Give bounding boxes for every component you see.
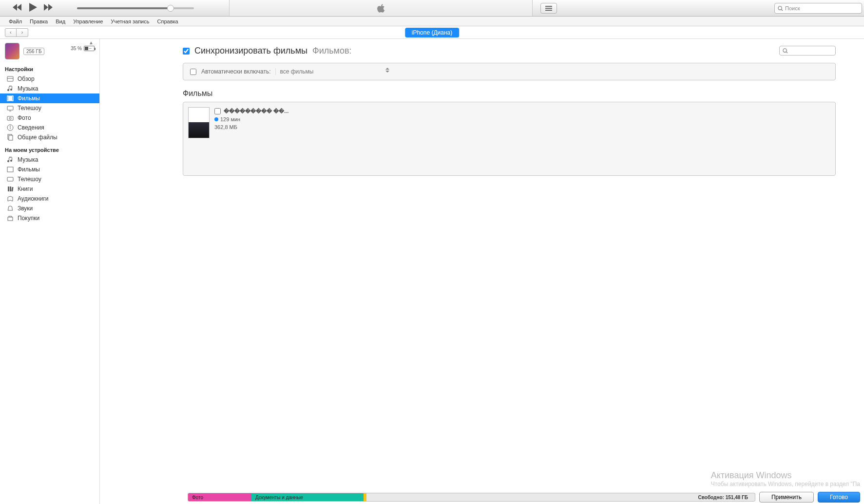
summary-icon	[7, 75, 14, 82]
done-button[interactable]: Готово	[818, 492, 860, 503]
capacity-bar[interactable]: Фото Документы и данные Свободно: 151,48…	[188, 493, 755, 502]
sidebar-label: Фильмы	[18, 95, 40, 102]
apply-button[interactable]: Применить	[759, 492, 814, 503]
search-icon	[778, 6, 783, 11]
menu-bar: Файл Правка Вид Управление Учетная запис…	[0, 17, 864, 26]
content-area: Синхронизировать фильмы Фильмов: Автомат…	[100, 39, 864, 504]
menu-view[interactable]: Вид	[52, 19, 69, 24]
sidebar-dev-audiobooks[interactable]: Аудиокниги	[0, 194, 99, 204]
camera-icon	[7, 114, 14, 121]
sidebar-dev-music[interactable]: Музыка	[0, 155, 99, 165]
sidebar-label: Телешоу	[18, 105, 41, 112]
auto-include-value: все фильмы	[280, 68, 313, 75]
tv-icon	[7, 105, 14, 112]
auto-include-checkbox[interactable]	[190, 69, 196, 75]
svg-line-4	[781, 9, 783, 11]
sidebar-label: Сведения	[18, 124, 44, 131]
back-button[interactable]: ‹	[5, 28, 17, 37]
menu-help[interactable]: Справка	[154, 19, 182, 24]
svg-rect-19	[7, 167, 13, 172]
sidebar-dev-purchases[interactable]: Покупки	[0, 213, 99, 223]
svg-point-16	[10, 126, 11, 127]
prev-track-button[interactable]	[13, 4, 22, 13]
sidebar-item-tvshows[interactable]: Телешоу	[0, 103, 99, 113]
capacity-seg-docs: Документы и данные	[251, 493, 364, 501]
tv-icon	[7, 176, 14, 183]
svg-rect-24	[8, 217, 13, 221]
capacity-free-label: Свободно: 151,48 ГБ	[691, 495, 755, 500]
menu-edit[interactable]: Правка	[26, 19, 52, 24]
device-storage-badge: 256 ГБ	[23, 48, 44, 55]
sidebar-label: Телешоу	[18, 176, 41, 183]
list-view-button[interactable]	[540, 3, 557, 14]
menu-controls[interactable]: Управление	[69, 19, 107, 24]
now-playing-display	[229, 0, 533, 16]
movie-checkbox[interactable]	[214, 108, 221, 114]
menu-file[interactable]: Файл	[5, 19, 26, 24]
movie-item[interactable]: ��������� ��... 129 мин 362,8 МБ	[188, 107, 830, 138]
volume-slider[interactable]	[77, 7, 194, 9]
svg-rect-12	[7, 116, 13, 120]
sidebar-item-info[interactable]: Сведения	[0, 123, 99, 132]
global-search-input[interactable]: Поиск	[774, 3, 862, 14]
sidebar-item-movies[interactable]: Фильмы	[0, 93, 99, 103]
svg-rect-21	[8, 187, 9, 191]
svg-rect-10	[7, 106, 13, 110]
sync-movies-checkbox[interactable]	[183, 48, 190, 55]
movies-icon	[7, 95, 14, 102]
sidebar-item-photos[interactable]: Фото	[0, 113, 99, 123]
svg-rect-2	[545, 10, 552, 11]
purchases-icon	[7, 215, 14, 222]
movie-poster-icon	[188, 107, 210, 138]
capacity-seg-photo: Фото	[188, 493, 251, 501]
sidebar-dev-tvshows[interactable]: Телешоу	[0, 174, 99, 184]
svg-rect-18	[9, 135, 13, 140]
files-icon	[7, 134, 14, 141]
movie-duration: 129 мин	[220, 116, 240, 122]
info-icon	[7, 124, 14, 131]
sidebar-dev-movies[interactable]: Фильмы	[0, 165, 99, 174]
svg-rect-20	[7, 177, 13, 181]
svg-point-13	[9, 117, 11, 119]
sidebar-label: Музыка	[18, 85, 38, 92]
sidebar-item-files[interactable]: Общие файлы	[0, 132, 99, 142]
svg-line-26	[786, 52, 787, 53]
battery-percent: 35 %	[71, 46, 82, 51]
svg-point-3	[778, 6, 782, 9]
menu-account[interactable]: Учетная запись	[107, 19, 153, 24]
device-pill[interactable]: iPhone (Диана)	[405, 28, 460, 37]
sidebar-dev-tones[interactable]: Звуки	[0, 204, 99, 213]
capacity-seg-other	[364, 493, 366, 501]
sidebar-item-summary[interactable]: Обзор	[0, 74, 99, 84]
play-button[interactable]	[29, 3, 37, 14]
movies-list: ��������� ��... 129 мин 362,8 МБ	[183, 102, 836, 176]
sidebar-label: Обзор	[18, 75, 35, 82]
apple-logo-icon	[377, 3, 385, 14]
books-icon	[7, 186, 14, 192]
sync-movies-count-label: Фильмов:	[312, 46, 352, 56]
sidebar: ▲– 256 ГБ 35 % Настройки Обзор Музыка Фи…	[0, 39, 100, 504]
search-placeholder: Поиск	[785, 5, 800, 11]
search-icon	[783, 48, 788, 54]
sidebar-item-music[interactable]: Музыка	[0, 84, 99, 93]
svg-rect-23	[11, 187, 13, 191]
unwatched-dot-icon	[214, 117, 218, 121]
sidebar-label: Звуки	[18, 205, 33, 212]
forward-button[interactable]: ›	[17, 28, 28, 37]
movies-search-input[interactable]	[779, 46, 836, 56]
auto-include-select[interactable]: все фильмы	[275, 68, 392, 75]
sidebar-device-header: На моем устройстве	[0, 142, 99, 155]
next-track-button[interactable]	[44, 4, 54, 13]
navigation-row: ‹ › iPhone (Диана)	[0, 26, 864, 39]
svg-rect-1	[545, 8, 552, 9]
music-icon	[7, 85, 14, 92]
movies-icon	[7, 166, 14, 173]
svg-rect-5	[7, 76, 13, 81]
auto-include-box: Автоматически включать: все фильмы	[183, 63, 836, 80]
sidebar-dev-books[interactable]: Книги	[0, 184, 99, 194]
music-icon	[7, 156, 14, 163]
sidebar-label: Музыка	[18, 156, 38, 163]
bell-icon	[7, 205, 14, 212]
sidebar-label: Общие файлы	[18, 134, 58, 141]
svg-rect-9	[12, 96, 13, 101]
